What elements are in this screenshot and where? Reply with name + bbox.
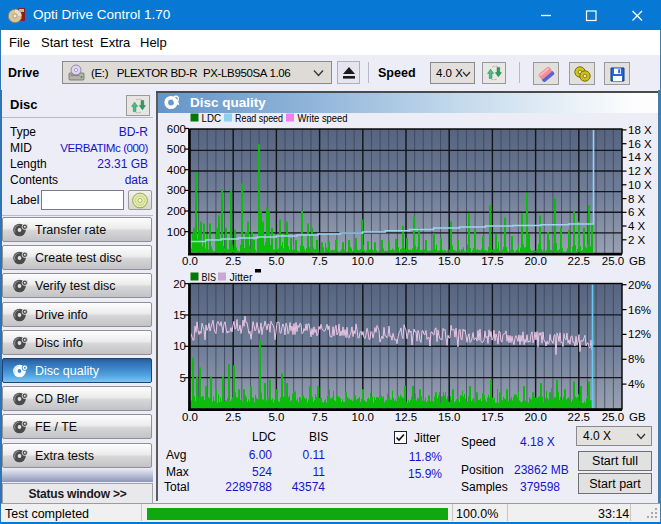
svg-text:100: 100 <box>167 226 186 238</box>
svg-text:200: 200 <box>167 205 186 217</box>
svg-text:5.0: 5.0 <box>268 255 284 267</box>
svg-text:300: 300 <box>167 184 186 196</box>
svg-text:4 X: 4 X <box>628 220 646 232</box>
svg-text:10.0: 10.0 <box>352 411 374 423</box>
svg-text:16 X: 16 X <box>628 138 652 150</box>
svg-text:10.0: 10.0 <box>352 255 374 267</box>
svg-text:18 X: 18 X <box>628 124 652 136</box>
svg-text:BIS: BIS <box>202 271 217 283</box>
svg-text:GB: GB <box>629 255 646 267</box>
svg-text:400: 400 <box>167 164 186 176</box>
svg-text:600: 600 <box>167 123 186 135</box>
svg-text:22.5: 22.5 <box>568 411 590 423</box>
svg-text:10 X: 10 X <box>628 179 652 191</box>
svg-text:12%: 12% <box>628 328 651 340</box>
svg-text:8%: 8% <box>628 353 645 365</box>
svg-text:15.0: 15.0 <box>438 255 460 267</box>
svg-text:20: 20 <box>173 278 186 290</box>
svg-text:10: 10 <box>173 340 186 352</box>
svg-text:20.0: 20.0 <box>524 255 546 267</box>
svg-text:Write speed: Write speed <box>298 112 348 124</box>
svg-text:12.5: 12.5 <box>395 411 417 423</box>
svg-text:6 X: 6 X <box>628 206 646 218</box>
svg-text:22.5: 22.5 <box>568 255 590 267</box>
svg-text:0.0: 0.0 <box>182 255 198 267</box>
svg-text:7.5: 7.5 <box>312 411 328 423</box>
svg-text:20%: 20% <box>628 279 651 291</box>
svg-text:20.0: 20.0 <box>524 411 546 423</box>
svg-text:GB: GB <box>629 411 646 423</box>
svg-text:4%: 4% <box>628 378 645 390</box>
svg-text:7.5: 7.5 <box>312 255 328 267</box>
svg-text:0.0: 0.0 <box>182 411 198 423</box>
svg-text:17.5: 17.5 <box>481 255 503 267</box>
svg-text:2 X: 2 X <box>628 234 646 246</box>
svg-text:2.5: 2.5 <box>225 255 241 267</box>
svg-text:17.5: 17.5 <box>481 411 503 423</box>
svg-text:15: 15 <box>173 309 186 321</box>
svg-text:12 X: 12 X <box>628 165 652 177</box>
svg-text:25.0: 25.0 <box>602 411 624 423</box>
svg-text:5.0: 5.0 <box>268 411 284 423</box>
svg-text:500: 500 <box>167 143 186 155</box>
svg-text:8 X: 8 X <box>628 193 646 205</box>
svg-text:Jitter: Jitter <box>230 271 253 283</box>
svg-text:LDC: LDC <box>202 112 222 124</box>
svg-text:12.5: 12.5 <box>395 255 417 267</box>
svg-text:25.0: 25.0 <box>602 255 624 267</box>
svg-text:Read speed: Read speed <box>235 112 283 124</box>
svg-text:15.0: 15.0 <box>438 411 460 423</box>
svg-text:2.5: 2.5 <box>225 411 241 423</box>
svg-text:16%: 16% <box>628 304 651 316</box>
svg-text:14 X: 14 X <box>628 151 652 163</box>
